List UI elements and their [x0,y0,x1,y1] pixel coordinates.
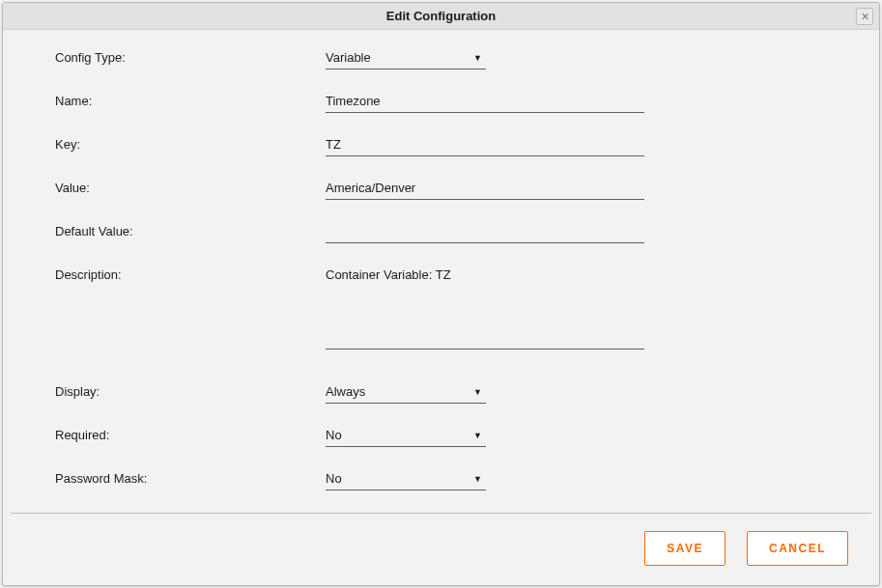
display-select[interactable] [326,381,486,404]
field-password-mask: ▼ [326,468,486,490]
field-value [326,178,644,200]
row-required: Required: ▼ [55,425,827,447]
label-name: Name: [55,91,326,108]
label-config-type: Config Type: [55,47,326,65]
field-display: ▼ [326,381,486,404]
select-wrap-password-mask: ▼ [326,468,486,490]
row-name: Name: [55,91,827,113]
label-value: Value: [55,178,326,195]
field-default-value [326,221,644,243]
select-wrap-required: ▼ [326,425,486,447]
password-mask-select[interactable] [326,468,486,490]
row-key: Key: [55,134,827,156]
label-description: Description: [55,265,326,282]
label-key: Key: [55,134,326,152]
field-key [326,134,644,156]
cancel-button[interactable]: CANCEL [747,531,848,566]
edit-configuration-dialog: Edit Configuration ✕ Config Type: ▼ Name… [2,2,880,586]
key-input[interactable] [326,134,644,156]
config-type-select[interactable] [326,47,486,70]
dialog-title: Edit Configuration [386,9,496,23]
value-input[interactable] [326,178,644,200]
label-display: Display: [55,381,326,399]
dialog-footer: SAVE CANCEL [3,514,879,585]
field-description [326,265,644,352]
dialog-titlebar: Edit Configuration ✕ [3,3,879,30]
label-required: Required: [55,425,326,442]
save-button[interactable]: SAVE [644,531,726,566]
row-value: Value: [55,178,827,200]
name-input[interactable] [326,91,644,113]
row-default-value: Default Value: [55,221,827,243]
description-textarea[interactable] [326,265,644,350]
field-required: ▼ [326,425,486,447]
select-wrap-config-type: ▼ [326,47,486,70]
field-name [326,91,644,113]
row-password-mask: Password Mask: ▼ [55,468,827,490]
field-config-type: ▼ [326,47,486,70]
select-wrap-display: ▼ [326,381,486,404]
row-config-type: Config Type: ▼ [55,47,827,70]
required-select[interactable] [326,425,486,447]
row-description: Description: [55,265,827,352]
label-password-mask: Password Mask: [55,468,326,486]
label-default-value: Default Value: [55,221,326,238]
close-icon[interactable]: ✕ [856,8,873,25]
default-value-input[interactable] [326,221,644,243]
row-display: Display: ▼ [55,381,827,404]
form-area: Config Type: ▼ Name: Key: Value: [3,30,879,513]
